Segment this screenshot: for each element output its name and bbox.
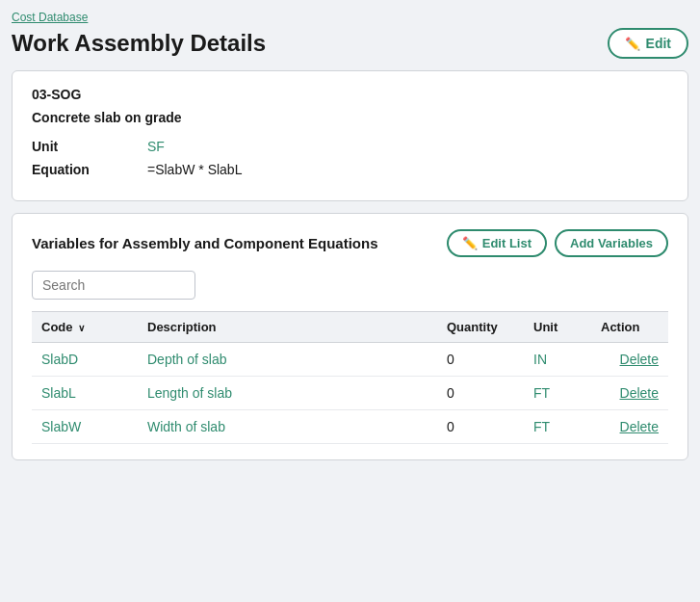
delete-link[interactable]: Delete (620, 352, 659, 367)
variables-card: Variables for Assembly and Component Equ… (12, 213, 688, 460)
cell-action: Delete (591, 343, 668, 377)
table-row: SlabW Width of slab 0 FT Delete (32, 410, 668, 444)
cell-unit: IN (524, 343, 591, 377)
cell-description: Width of slab (138, 410, 437, 444)
assembly-name: Concrete slab on grade (32, 110, 668, 125)
unit-value: SF (147, 139, 165, 154)
cell-description: Length of slab (138, 377, 437, 410)
cell-code: SlabL (32, 377, 138, 410)
breadcrumb[interactable]: Cost Database (12, 11, 88, 24)
cell-description: Depth of slab (138, 343, 437, 377)
col-header-quantity: Quantity (437, 312, 524, 343)
sort-icon: ∨ (78, 323, 85, 333)
variables-table: Code ∨ Description Quantity Unit Action … (32, 311, 668, 444)
col-header-code[interactable]: Code ∨ (32, 312, 138, 343)
unit-row: Unit SF (32, 139, 668, 154)
edit-button[interactable]: ✏️ Edit (608, 28, 688, 59)
add-variables-button[interactable]: Add Variables (555, 229, 668, 257)
cell-code: SlabW (32, 410, 138, 444)
col-header-unit: Unit (524, 312, 591, 343)
equation-label: Equation (32, 162, 147, 177)
edit-list-label: Edit List (482, 236, 531, 250)
edit-list-button[interactable]: ✏️ Edit List (447, 229, 547, 257)
page-header: Work Assembly Details ✏️ Edit (12, 28, 688, 59)
col-header-description: Description (138, 312, 437, 343)
cell-quantity: 0 (437, 343, 524, 377)
cell-unit: FT (524, 410, 591, 444)
header-buttons: ✏️ Edit List Add Variables (447, 229, 668, 257)
assembly-info-card: 03-SOG Concrete slab on grade Unit SF Eq… (12, 70, 688, 201)
variables-title: Variables for Assembly and Component Equ… (32, 235, 378, 251)
table-body: SlabD Depth of slab 0 IN Delete SlabL Le… (32, 343, 668, 444)
cell-unit: FT (524, 377, 591, 410)
equation-value: =SlabW * SlabL (147, 162, 242, 177)
search-input[interactable] (32, 271, 195, 300)
equation-row: Equation =SlabW * SlabL (32, 162, 668, 177)
cell-quantity: 0 (437, 410, 524, 444)
pencil-icon: ✏️ (625, 37, 640, 51)
add-variables-label: Add Variables (570, 236, 653, 250)
cell-code: SlabD (32, 343, 138, 377)
edit-button-label: Edit (646, 36, 671, 51)
page-title: Work Assembly Details (12, 30, 266, 57)
search-container (32, 271, 668, 300)
cell-quantity: 0 (437, 377, 524, 410)
col-header-action: Action (591, 312, 668, 343)
unit-label: Unit (32, 139, 147, 154)
cell-action: Delete (591, 377, 668, 410)
table-header: Code ∨ Description Quantity Unit Action (32, 312, 668, 343)
edit-list-icon: ✏️ (462, 236, 478, 250)
cell-action: Delete (591, 410, 668, 444)
assembly-code: 03-SOG (32, 87, 668, 102)
delete-link[interactable]: Delete (620, 385, 659, 401)
variables-header: Variables for Assembly and Component Equ… (32, 229, 668, 257)
table-row: SlabD Depth of slab 0 IN Delete (32, 343, 668, 377)
delete-link[interactable]: Delete (620, 419, 659, 434)
table-row: SlabL Length of slab 0 FT Delete (32, 377, 668, 410)
page-container: Cost Database Work Assembly Details ✏️ E… (0, 0, 700, 602)
